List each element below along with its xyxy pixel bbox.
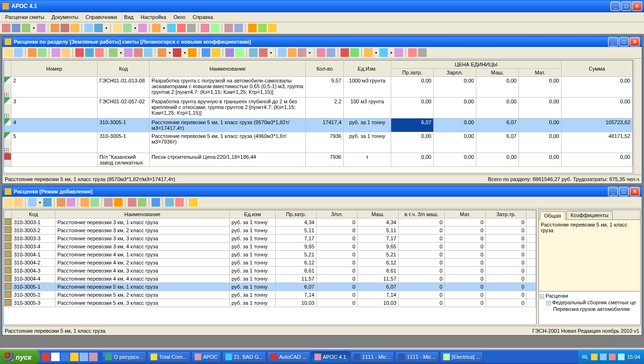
toolbar-button[interactable] xyxy=(14,48,23,57)
sub1-max-button[interactable]: □ xyxy=(619,37,629,46)
toolbar-button[interactable] xyxy=(248,24,257,32)
table-row[interactable]: 310-3003-3Расстояние перевозки 3 км, 3 к… xyxy=(4,235,536,243)
toolbar-button[interactable] xyxy=(340,48,349,57)
toolbar-button[interactable] xyxy=(350,48,359,57)
grid1-scrollbar[interactable] xyxy=(634,59,642,174)
task-button[interactable]: AutoCAD ... xyxy=(267,351,310,363)
sub2-min-button[interactable]: _ xyxy=(608,187,618,196)
grid2-wrap[interactable]: Код Наименование Ед.изм Пр.затр. З/пл. М… xyxy=(3,209,537,325)
menu-Справочники[interactable]: Справочники xyxy=(82,13,120,21)
toolbar-button[interactable] xyxy=(28,198,36,207)
toolbar-button[interactable] xyxy=(38,48,46,57)
toolbar-button[interactable] xyxy=(317,48,325,57)
col-mat[interactable]: Мат. xyxy=(519,69,562,77)
task-button[interactable]: АРОС xyxy=(191,351,221,363)
toolbar-button[interactable] xyxy=(14,198,23,207)
toolbar-button[interactable] xyxy=(175,198,184,207)
toolbar-button[interactable] xyxy=(138,198,146,207)
col2-kod[interactable]: Код xyxy=(12,210,55,218)
ql-icon[interactable] xyxy=(89,353,98,361)
table-row[interactable]: 310-3004-2Расстояние перевозки 4 км, 2 к… xyxy=(4,259,536,267)
ql-icon[interactable] xyxy=(51,353,60,361)
toolbar-button[interactable] xyxy=(12,24,20,32)
tray-clock[interactable]: 15:04 xyxy=(627,354,640,360)
toolbar-button[interactable] xyxy=(114,198,123,207)
col-sum[interactable]: Сумма xyxy=(562,61,633,77)
grid1[interactable]: Номер Код Наименование Кол-во Ед.Изм. ЦЕ… xyxy=(4,60,633,167)
tray-lang[interactable]: RL xyxy=(582,354,589,360)
toolbar-button[interactable] xyxy=(113,24,122,32)
tray-icon[interactable] xyxy=(618,354,625,360)
table-row[interactable]: 310-3005-1Расстояние перевозки 5 км, 1 к… xyxy=(4,283,536,291)
task-button[interactable]: 1111 - Mic... xyxy=(350,351,394,363)
sub2-max-button[interactable]: □ xyxy=(619,187,629,196)
toolbar-button[interactable] xyxy=(152,198,160,207)
toolbar-button[interactable] xyxy=(235,48,244,57)
system-tray[interactable]: RL 15:04 xyxy=(578,350,644,364)
tray-icon[interactable] xyxy=(609,354,616,360)
tree-node-root[interactable]: Расценки xyxy=(546,293,568,299)
toolbar-button[interactable] xyxy=(84,24,93,32)
toolbar-button[interactable] xyxy=(327,48,335,57)
task-button[interactable]: АРОС 4.1 xyxy=(311,351,349,363)
toolbar-button[interactable] xyxy=(109,48,117,57)
tree-node-collection[interactable]: Федеральный сборник сметных це xyxy=(552,300,636,305)
toolbar-button[interactable] xyxy=(364,48,373,57)
toolbar-button[interactable] xyxy=(268,24,277,32)
toolbar-button[interactable] xyxy=(249,48,258,57)
menu-Расценки сметы[interactable]: Расценки сметы xyxy=(2,13,48,21)
table-row[interactable]: 310-3003-2Расстояние перевозки 3 км, 2 к… xyxy=(4,227,536,235)
toolbar-button[interactable] xyxy=(173,48,181,57)
toolbar-button[interactable] xyxy=(418,48,427,57)
toolbar-button[interactable] xyxy=(189,198,197,207)
sub1-close-button[interactable]: × xyxy=(630,37,640,46)
toolbar-button[interactable] xyxy=(188,48,197,57)
toolbar-button[interactable] xyxy=(187,24,196,32)
toolbar-button[interactable] xyxy=(144,48,152,57)
ql-icon[interactable] xyxy=(42,353,50,361)
toolbar-button[interactable] xyxy=(202,48,210,57)
task-button[interactable]: Total Com... xyxy=(147,351,190,363)
col-kolvo[interactable]: Кол-во xyxy=(306,61,344,77)
toolbar-button[interactable] xyxy=(67,198,75,207)
col2-pr[interactable]: Пр.затр. xyxy=(276,210,317,218)
toolbar-button[interactable] xyxy=(234,24,243,32)
toolbar-button[interactable] xyxy=(2,24,10,32)
toolbar-button[interactable] xyxy=(259,48,268,57)
toolbar-button[interactable] xyxy=(278,48,286,57)
table-row[interactable]: П/л "Казанский завод силикатныхПесок стр… xyxy=(4,153,633,167)
col-kod[interactable]: Код xyxy=(98,61,150,77)
toolbar-button[interactable] xyxy=(123,24,132,32)
col-zarp[interactable]: Зарпл. xyxy=(434,69,476,77)
toolbar-button[interactable] xyxy=(22,24,30,32)
col2-naim[interactable]: Наименование xyxy=(55,210,230,218)
task-button[interactable]: 21. BAD G... xyxy=(222,351,267,363)
toolbar-button[interactable] xyxy=(124,48,133,57)
toolbar-button[interactable] xyxy=(258,24,267,32)
sub1-min-button[interactable]: _ xyxy=(608,37,618,46)
table-row[interactable]: + 3ГЭСН01-02-057-02Разработка грунта вру… xyxy=(4,98,633,118)
tree-collapse-icon[interactable]: − xyxy=(540,294,544,299)
toolbar-button[interactable] xyxy=(158,48,166,57)
toolbar-button[interactable] xyxy=(52,48,60,57)
col2-zp[interactable]: З/пл. xyxy=(316,210,358,218)
toolbar-button[interactable] xyxy=(408,48,417,57)
toolbar-button[interactable] xyxy=(212,48,220,57)
toolbar-button[interactable] xyxy=(4,48,13,57)
grid2[interactable]: Код Наименование Ед.изм Пр.затр. З/пл. М… xyxy=(4,210,536,307)
tree-node-item[interactable]: Перевозка грузов автомобилям xyxy=(553,306,630,312)
col-group-price[interactable]: ЦЕНА ЕДИНИЦЫ xyxy=(391,61,562,69)
side-tree[interactable]: −Расценки −Федеральный сборник сметных ц… xyxy=(539,291,640,325)
tree-collapse-icon[interactable]: − xyxy=(546,301,551,305)
menu-Справка[interactable]: Справка xyxy=(189,13,216,21)
toolbar-button[interactable] xyxy=(201,24,209,32)
col-pr[interactable]: Пр.затр. xyxy=(391,69,434,77)
toolbar-button[interactable] xyxy=(165,198,174,207)
table-row[interactable]: 310-3005-2Расстояние перевозки 5 км, 2 к… xyxy=(4,291,536,299)
table-row[interactable]: + 5310-3005-1Расстояние перевозки 5 км, … xyxy=(4,132,633,153)
toolbar-button[interactable] xyxy=(379,48,388,57)
col2-mat[interactable]: Мат. xyxy=(445,210,486,218)
toolbar-button[interactable] xyxy=(138,24,147,32)
toolbar-button[interactable] xyxy=(37,24,45,32)
ql-icon[interactable] xyxy=(70,353,79,361)
